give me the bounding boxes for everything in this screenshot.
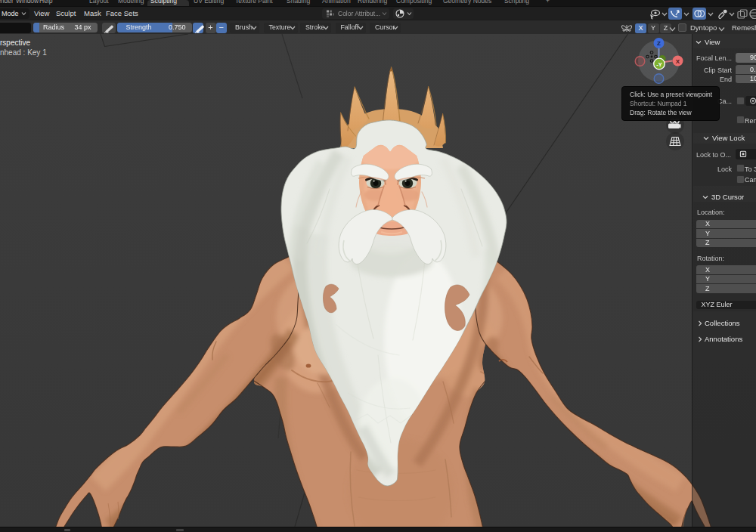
menu-sculpt[interactable]: Sculpt: [56, 7, 76, 20]
view-lock-chevron[interactable]: [703, 135, 709, 141]
chevron-down-icon[interactable]: [669, 26, 676, 32]
dyntopo-checkbox[interactable]: [678, 23, 686, 32]
menu-help[interactable]: Help: [39, 0, 52, 5]
workspace-modeling[interactable]: Modeling: [118, 0, 144, 5]
clip-end-field[interactable]: 10: [736, 75, 756, 84]
falloff-shape-dropdown[interactable]: [393, 8, 414, 19]
camera-to-view-label: Cam: [745, 176, 756, 184]
view-section-chevron[interactable]: [696, 39, 702, 45]
menu-render[interactable]: Render: [0, 0, 14, 5]
workspace-uv-editing[interactable]: UV Editing: [194, 0, 224, 5]
texture-dropdown[interactable]: Texture: [264, 23, 298, 33]
cursor-rotation-y[interactable]: Y: [696, 275, 756, 284]
focal-length-field[interactable]: 90: [736, 53, 756, 63]
workspace-layout[interactable]: Layout: [89, 0, 109, 5]
radius-slider[interactable]: Radius 34 px: [33, 23, 98, 32]
chevron-down-icon[interactable]: [683, 11, 689, 17]
falloff-dropdown[interactable]: Falloff: [336, 23, 366, 33]
stylus-pressure-icon: [193, 23, 206, 34]
collections-chevron[interactable]: [697, 320, 703, 326]
strip-mark: [176, 529, 184, 531]
camera-object-field[interactable]: [745, 96, 756, 106]
annotations-chevron[interactable]: [697, 336, 703, 342]
view-section-header[interactable]: View: [705, 38, 720, 46]
gizmo-z-label: Z: [657, 40, 661, 47]
symmetry-x-toggle[interactable]: X: [635, 23, 646, 33]
workspace-compositing[interactable]: Compositing: [396, 0, 432, 5]
visibility-icon[interactable]: [647, 8, 662, 20]
workspace-shading[interactable]: Shading: [287, 0, 310, 5]
viewport-object-label: nhead : Key 1: [0, 48, 47, 57]
clip-start-field[interactable]: 0.: [736, 65, 756, 74]
cursor-rotation-x[interactable]: X: [696, 265, 756, 274]
tool-settings-bar: Radius 34 px Strength 0.750 + − Brush: [0, 20, 756, 34]
cursor-section-chevron[interactable]: [702, 194, 708, 200]
rotation-order-dropdown[interactable]: XYZ Euler: [696, 301, 756, 309]
chevron-down-icon: [21, 8, 26, 19]
menu-face-sets[interactable]: Face Sets: [106, 7, 138, 20]
blender-window: Z X -Y rspective nhead : Key 1: [0, 0, 756, 532]
location-label: Location:: [697, 209, 725, 216]
workspace-animation[interactable]: Animation: [322, 0, 351, 5]
color-attribute-selector[interactable]: Color Attribut...: [322, 8, 389, 19]
eyedropper-icon[interactable]: [716, 8, 730, 20]
local-camera-checkbox[interactable]: [736, 97, 745, 105]
mode-dropdown[interactable]: Mode: [0, 8, 29, 19]
remesh-label[interactable]: Remesh: [732, 20, 756, 35]
chevron-down-icon: [392, 23, 398, 33]
menu-window[interactable]: Window: [16, 0, 39, 5]
strength-slider[interactable]: Strength 0.750: [117, 23, 192, 32]
gizmo-neg-x-axis[interactable]: [635, 57, 645, 66]
direction-subtract-button[interactable]: −: [216, 23, 227, 33]
orthographic-toggle-button[interactable]: [666, 132, 684, 150]
cursor-location-z[interactable]: Z: [696, 239, 756, 248]
chevron-down-icon[interactable]: [662, 11, 668, 17]
dyntopo-label[interactable]: Dyntopo: [690, 20, 717, 35]
camera-data-icon: [748, 96, 756, 106]
collections-section-header[interactable]: Collections: [705, 319, 739, 327]
annotations-section-header[interactable]: Annotations: [705, 335, 742, 343]
gizmo-neg-y-label: -Y: [656, 61, 662, 68]
stroke-dropdown[interactable]: Stroke: [300, 23, 331, 33]
lock-object-field[interactable]: [736, 149, 756, 159]
camera-to-view-checkbox[interactable]: [736, 175, 745, 184]
radius-pressure-toggle[interactable]: [102, 23, 116, 33]
lock-to-object-label: Lock to O...: [692, 151, 731, 159]
bottom-editor-strip: [0, 527, 756, 532]
symmetry-y-toggle[interactable]: Y: [648, 23, 659, 33]
chevron-down-icon[interactable]: [708, 11, 714, 17]
chevron-down-icon[interactable]: [718, 26, 725, 32]
workspace-sculpting[interactable]: Sculpting: [150, 0, 177, 5]
show-overlays-toggle[interactable]: [692, 8, 706, 20]
cursor-section-header[interactable]: 3D Cursor: [711, 193, 744, 201]
shading-sphere-icon[interactable]: [748, 8, 756, 20]
cursor-dropdown[interactable]: Cursor: [370, 23, 401, 33]
workspace-geometry-nodes[interactable]: Geometry Nodes: [443, 0, 491, 5]
show-gizmo-toggle[interactable]: [668, 8, 682, 20]
to-3d-cursor-label: To 3: [745, 165, 756, 173]
workspace-rendering[interactable]: Rendering: [358, 0, 387, 5]
color-attribute-icon: [324, 8, 336, 19]
cursor-location-y[interactable]: Y: [696, 229, 756, 238]
strength-pressure-toggle[interactable]: [193, 23, 203, 33]
gizmo-neg-z-axis[interactable]: [654, 74, 664, 84]
chevron-down-icon[interactable]: [729, 11, 735, 17]
add-workspace-button[interactable]: +: [546, 0, 550, 5]
focal-length-label: Focal Len...: [692, 54, 732, 62]
brush-datablock[interactable]: [0, 23, 31, 33]
to-3d-cursor-checkbox[interactable]: [736, 164, 745, 172]
cursor-rotation-z[interactable]: Z: [696, 284, 756, 293]
brush-dropdown[interactable]: Brush: [230, 23, 259, 33]
direction-add-button[interactable]: +: [206, 23, 216, 33]
view-lock-section-header[interactable]: View Lock: [712, 134, 745, 142]
cursor-location-x[interactable]: X: [696, 220, 756, 229]
xray-toggle-icon[interactable]: [736, 8, 748, 20]
strip-mark: [64, 529, 70, 531]
workspace-scripting[interactable]: Scripting: [504, 0, 529, 5]
workspace-texture-paint[interactable]: Texture Paint: [235, 0, 273, 5]
render-region-checkbox[interactable]: [736, 116, 745, 124]
viewport-header: Mode View Sculpt Mask Face Sets Color At…: [0, 6, 756, 20]
menu-view[interactable]: View: [34, 7, 49, 20]
menu-mask[interactable]: Mask: [84, 7, 101, 20]
chevron-down-icon: [382, 8, 387, 19]
